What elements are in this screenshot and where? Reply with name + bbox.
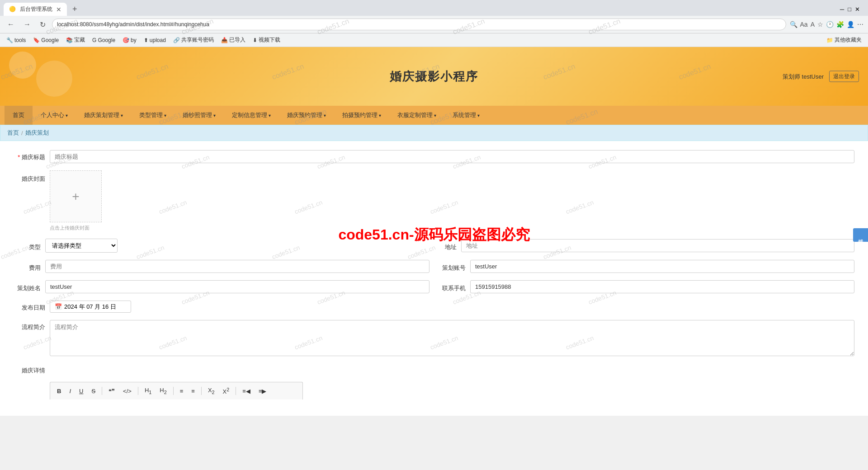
nav-item-photo-booking[interactable]: 拍摄预约管理 ▾ (334, 106, 389, 125)
bookmark-video[interactable]: ⬇ 视频下载 (251, 35, 282, 45)
bookmark-share-account[interactable]: 🔗 共享账号密码 (171, 35, 216, 45)
tab-close-button[interactable]: ✕ (56, 6, 61, 13)
contact-label: 联系手机 (439, 281, 466, 292)
fee-input[interactable] (45, 260, 429, 273)
type-select[interactable]: 请选择类型 (45, 239, 118, 253)
calendar-icon: 📅 (55, 303, 62, 310)
bookmark-baozang[interactable]: 📚 宝藏 (64, 35, 87, 45)
rich-text-toolbar: B I U S ❝❞ </> H1 H2 ≡ ≡ X2 X2 ≡◀ ≡▶ (50, 382, 303, 400)
italic-button[interactable]: I (66, 386, 74, 396)
contact-input[interactable] (470, 280, 854, 293)
tab-favicon: 🟡 (9, 6, 16, 13)
form-col-address: 地址 (439, 239, 854, 253)
wedding-detail-label: 婚庆详情 (14, 363, 45, 375)
quote-button[interactable]: ❝❞ (105, 386, 118, 396)
nav-item-system[interactable]: 系统管理 ▾ (444, 106, 488, 125)
breadcrumb-separator: / (21, 130, 23, 136)
nav-arrow-profile: ▾ (66, 113, 68, 118)
back-button[interactable]: ← (5, 19, 17, 29)
h2-button[interactable]: H2 (156, 385, 170, 397)
publish-date-label: 发布日期 (14, 301, 45, 312)
bold-button[interactable]: B (54, 386, 64, 396)
toolbar-separator-2 (138, 387, 138, 395)
browser-chrome: 🟡 后台管理系统 ✕ + ─ □ ✕ ← → ↻ 🔍 Aa A ☆ 🕐 🧩 👤 … (0, 0, 868, 47)
planner-account-input[interactable] (470, 260, 854, 273)
address-input[interactable] (461, 239, 854, 252)
form-row-process-intro: 流程简介 (14, 320, 854, 356)
new-tab-button[interactable]: + (69, 3, 81, 16)
logout-button[interactable]: 退出登录 (829, 71, 859, 82)
bookmark-by[interactable]: 🎯 by (121, 36, 138, 44)
bookmark-tools[interactable]: 🔧 tools (5, 36, 28, 44)
subscript-button[interactable]: X2 (205, 385, 218, 397)
breadcrumb-current: 婚庆策划 (25, 129, 49, 137)
planner-name-input[interactable] (45, 280, 429, 293)
bookmark-imported[interactable]: 📥 已导入 (219, 35, 247, 45)
maximize-button[interactable]: □ (848, 6, 851, 13)
nav-item-profile[interactable]: 个人中心 ▾ (33, 106, 76, 125)
toolbar-separator-4 (201, 387, 202, 395)
breadcrumb-home[interactable]: 首页 (7, 129, 19, 137)
align-right-button[interactable]: ≡▶ (255, 386, 270, 396)
title-input[interactable] (50, 150, 854, 163)
address-input[interactable] (52, 19, 786, 30)
extensions-icon[interactable]: 🧩 (836, 21, 844, 28)
tab-title: 后台管理系统 (20, 5, 52, 13)
superscript-button[interactable]: X2 (220, 385, 233, 397)
title-label: 婚庆标题 (14, 150, 45, 161)
toolbar-separator-1 (102, 387, 102, 395)
translate-icon[interactable]: Aa (800, 21, 808, 28)
address-bar-row: ← → ↻ 🔍 Aa A ☆ 🕐 🧩 👤 ⋯ (0, 16, 868, 33)
nav-item-clothes[interactable]: 衣服定制管理 ▾ (389, 106, 444, 125)
profile-icon[interactable]: 👤 (847, 21, 854, 28)
address-label: 地址 (439, 240, 457, 251)
forward-button[interactable]: → (21, 19, 33, 29)
cover-hint: 点击上传婚庆封面 (50, 225, 102, 231)
feedback-button[interactable]: 反馈 (853, 228, 868, 242)
history-icon[interactable]: 🕐 (826, 21, 834, 28)
date-input[interactable] (64, 303, 127, 310)
close-button[interactable]: ✕ (855, 6, 860, 13)
nav-item-wedding-plan[interactable]: 婚庆策划管理 ▾ (76, 106, 131, 125)
ordered-list-button[interactable]: ≡ (177, 386, 187, 396)
toolbar-separator-3 (173, 387, 174, 395)
active-tab[interactable]: 🟡 后台管理系统 ✕ (4, 3, 67, 16)
nav-arrow-wedding-booking: ▾ (324, 113, 326, 118)
toolbar-separator-5 (236, 387, 236, 395)
nav-item-type[interactable]: 类型管理 ▾ (131, 106, 175, 125)
nav-item-custom-info[interactable]: 定制信息管理 ▾ (224, 106, 279, 125)
minimize-button[interactable]: ─ (840, 6, 844, 13)
underline-button[interactable]: U (76, 386, 86, 396)
strikethrough-button[interactable]: S (88, 386, 99, 396)
bookmark-google2[interactable]: G Google (90, 36, 117, 44)
refresh-button[interactable]: ↻ (37, 19, 48, 30)
form-row-fee-account: 费用 策划账号 (14, 260, 854, 273)
font-icon[interactable]: A (811, 21, 815, 28)
nav-item-home[interactable]: 首页 (5, 106, 33, 125)
cover-upload-box[interactable]: + (50, 170, 102, 222)
code-button[interactable]: </> (120, 386, 135, 396)
form-row-name-phone: 策划姓名 联系手机 (14, 280, 854, 293)
align-left-button[interactable]: ≡◀ (239, 386, 254, 396)
bookmark-other-folders[interactable]: 📁 其他收藏夹 (825, 35, 863, 45)
browser-action-icons: 🔍 Aa A ☆ 🕐 🧩 👤 ⋯ (790, 21, 863, 28)
nav-item-wedding-photo[interactable]: 婚纱照管理 ▾ (175, 106, 224, 125)
date-input-wrap[interactable]: 📅 (50, 301, 131, 313)
breadcrumb: 首页 / 婚庆策划 (0, 125, 868, 141)
bookmark-upload[interactable]: ⬆ upload (142, 36, 168, 44)
bookmark-google1[interactable]: 🔖 Google (31, 36, 61, 44)
nav-arrow-system: ▾ (477, 113, 480, 118)
bookmarks-bar: 🔧 tools 🔖 Google 📚 宝藏 G Google 🎯 by ⬆ up… (0, 33, 868, 47)
search-icon[interactable]: 🔍 (790, 21, 797, 28)
form-row-type-address: 类型 请选择类型 地址 (14, 239, 854, 253)
bookmark-star-icon[interactable]: ☆ (817, 21, 823, 28)
h1-button[interactable]: H1 (142, 385, 155, 397)
nav-item-wedding-booking[interactable]: 婚庆预约管理 ▾ (279, 106, 334, 125)
form-row-title: 婚庆标题 (14, 150, 854, 163)
planner-account-label: 策划账号 (439, 261, 466, 272)
more-icon[interactable]: ⋯ (857, 21, 863, 28)
nav-arrow-wedding-photo: ▾ (213, 113, 216, 118)
unordered-list-button[interactable]: ≡ (188, 386, 198, 396)
process-intro-textarea[interactable] (50, 320, 854, 356)
form-col-type: 类型 请选择类型 (14, 239, 429, 253)
